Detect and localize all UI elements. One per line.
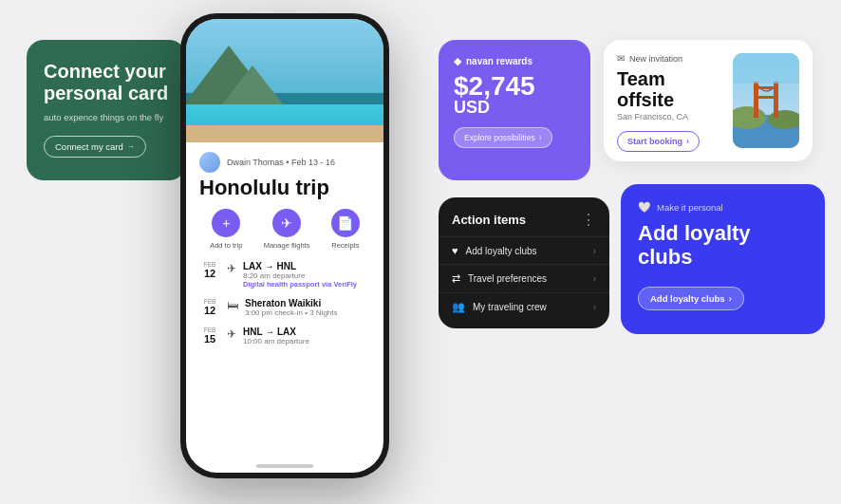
manage-flights-action[interactable]: ✈ Manage flights	[264, 209, 310, 250]
itin-route-2: HNL → LAX	[243, 327, 370, 337]
arrow-icon: →	[127, 142, 135, 151]
flight-icon-0: ✈	[227, 262, 236, 275]
manage-flights-icon: ✈	[272, 209, 301, 237]
flight-icon-2: ✈	[227, 327, 236, 341]
itin-detail-1: 3:00 pm check-in • 3 Nights	[245, 308, 370, 317]
travel-preferences-item[interactable]: ⇄ Travel preferences ›	[439, 264, 609, 292]
phone-mockup: Dwain Thomas • Feb 13 - 16 Honolulu trip…	[180, 13, 389, 488]
loyalty-title: Add loyalty clubs	[638, 221, 808, 270]
phone-screen: Dwain Thomas • Feb 13 - 16 Honolulu trip…	[186, 19, 383, 473]
itin-date-0: Feb 12	[199, 261, 220, 279]
connect-card: Connect your personal card auto expence …	[27, 40, 186, 180]
travel-preferences-label: Travel preferences	[468, 273, 547, 284]
rewards-header: ◆ navan rewards	[454, 55, 575, 67]
add-loyalty-clubs-item[interactable]: ♥ Add loyalty clubs ›	[439, 236, 609, 264]
explore-possibilities-button[interactable]: Explore possibilities ›	[454, 127, 552, 148]
offsite-header: ✉ New invitation	[617, 53, 723, 64]
more-options-icon[interactable]: ⋮	[581, 211, 596, 229]
manage-flights-label: Manage flights	[264, 241, 310, 250]
itin-month-1: Feb	[204, 298, 216, 305]
itinerary-item-2[interactable]: Feb 15 ✈ HNL → LAX 10:00 am departure	[199, 327, 370, 345]
chevron-right-icon-0: ›	[593, 246, 596, 256]
rewards-currency: USD	[454, 98, 575, 118]
phone-hero-image	[186, 19, 383, 142]
home-indicator	[186, 459, 383, 473]
itin-route-1: Sheraton Waikiki	[245, 298, 370, 308]
add-to-trip-label: Add to trip	[210, 241, 242, 250]
itin-detail-2: 10:00 am departure	[243, 337, 370, 345]
new-invitation-label: New invitation	[629, 54, 682, 64]
itin-info-0: LAX → HNL 8:20 am departure Digital heal…	[243, 261, 370, 289]
start-booking-button[interactable]: Start booking ›	[617, 131, 700, 152]
itinerary-item-1[interactable]: Feb 12 🛏 Sheraton Waikiki 3:00 pm check-…	[199, 298, 370, 317]
envelope-icon: ✉	[617, 53, 625, 64]
arrow-icon: ›	[686, 137, 689, 146]
chevron-right-icon-2: ›	[593, 302, 596, 312]
hotel-icon: 🛏	[227, 299, 238, 312]
make-it-personal-label: Make it personal	[657, 202, 723, 213]
itin-link-0[interactable]: Digital health passport via VeriFly	[243, 280, 370, 289]
svg-rect-6	[754, 96, 778, 99]
loyalty-header: 🤍 Make it personal	[638, 201, 808, 214]
avatar	[199, 152, 220, 173]
add-to-trip-action[interactable]: + Add to trip	[210, 209, 242, 250]
golden-gate-image	[733, 53, 799, 148]
offsite-location: San Francisco, CA	[617, 112, 723, 121]
heart-outline-icon: 🤍	[638, 201, 651, 214]
traveling-crew-item[interactable]: 👥 My traveling crew ›	[439, 292, 609, 321]
itinerary-item-0[interactable]: Feb 12 ✈ LAX → HNL 8:20 am departure Dig…	[199, 261, 370, 289]
offsite-info: ✉ New invitation Team offsite San Franci…	[617, 53, 723, 148]
preferences-icon: ⇄	[452, 272, 460, 285]
itin-info-2: HNL → LAX 10:00 am departure	[243, 327, 370, 345]
travel-preferences-left: ⇄ Travel preferences	[452, 272, 547, 285]
action-items-card: Action items ⋮ ♥ Add loyalty clubs › ⇄ T…	[439, 197, 609, 328]
crew-icon: 👥	[452, 301, 465, 313]
itin-month-0: Feb	[204, 261, 216, 268]
rewards-card: ◆ navan rewards $2,745 USD Explore possi…	[439, 40, 590, 180]
home-bar	[256, 464, 313, 468]
itin-day-1: 12	[204, 305, 215, 316]
trip-actions: + Add to trip ✈ Manage flights 📄 Receipt…	[199, 209, 370, 250]
connect-card-subtitle: auto expence things on the fly	[44, 112, 169, 122]
itin-day-0: 12	[204, 268, 215, 279]
itin-info-1: Sheraton Waikiki 3:00 pm check-in • 3 Ni…	[245, 298, 370, 317]
diamond-icon: ◆	[454, 55, 461, 67]
loyalty-clubs-card: 🤍 Make it personal Add loyalty clubs Add…	[621, 184, 825, 334]
receipts-icon: 📄	[331, 209, 360, 237]
phone-content: Dwain Thomas • Feb 13 - 16 Honolulu trip…	[186, 142, 383, 459]
itin-date-1: Feb 12	[199, 298, 220, 316]
offsite-card: ✉ New invitation Team offsite San Franci…	[604, 40, 813, 161]
receipts-action[interactable]: 📄 Receipts	[331, 209, 360, 250]
connect-card-button[interactable]: Connect my card →	[44, 136, 146, 158]
itin-detail-0: 8:20 am departure	[243, 271, 370, 280]
action-items-title: Action items	[452, 213, 526, 227]
rewards-label: navan rewards	[466, 56, 533, 66]
add-loyalty-clubs-btn-label: Add loyalty clubs	[650, 293, 725, 304]
add-to-trip-icon: +	[212, 209, 240, 237]
beach-sand	[186, 125, 383, 142]
receipts-label: Receipts	[331, 241, 359, 250]
svg-rect-7	[733, 53, 799, 84]
connect-card-title: Connect your personal card	[44, 61, 169, 104]
offsite-image	[733, 53, 799, 148]
itin-month-2: Feb	[204, 327, 216, 333]
add-loyalty-clubs-label: Add loyalty clubs	[466, 246, 537, 256]
trip-user-row: Dwain Thomas • Feb 13 - 16	[199, 152, 370, 173]
connect-card-button-label: Connect my card	[55, 141, 123, 152]
itin-route-0: LAX → HNL	[243, 261, 370, 271]
traveling-crew-label: My traveling crew	[473, 302, 547, 312]
traveling-crew-left: 👥 My traveling crew	[452, 301, 547, 313]
scene: Connect your personal card auto expence …	[0, 0, 841, 504]
arrow-icon: ›	[729, 293, 732, 304]
start-booking-label: Start booking	[627, 137, 682, 146]
rewards-amount: $2,745	[454, 73, 575, 100]
arrow-icon: ›	[539, 133, 542, 142]
itin-date-2: Feb 15	[199, 327, 220, 345]
add-loyalty-clubs-button[interactable]: Add loyalty clubs ›	[638, 287, 744, 310]
chevron-right-icon-1: ›	[593, 273, 596, 284]
action-items-header: Action items ⋮	[439, 211, 609, 229]
heart-icon: ♥	[452, 245, 458, 256]
phone-shell: Dwain Thomas • Feb 13 - 16 Honolulu trip…	[180, 13, 389, 478]
offsite-title: Team offsite	[617, 68, 723, 110]
itin-day-2: 15	[204, 333, 215, 345]
